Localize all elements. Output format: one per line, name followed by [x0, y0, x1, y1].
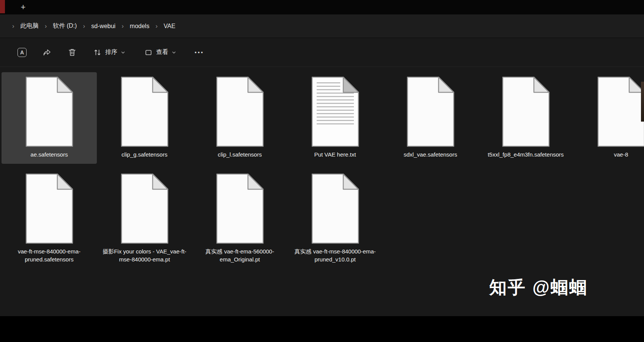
rename-icon: A — [17, 48, 27, 57]
file-icon — [118, 76, 172, 147]
breadcrumb-separator-icon: › — [122, 22, 124, 30]
breadcrumb-item[interactable]: sd-webui — [90, 21, 116, 32]
toolbar: A 排序 查看 ••• — [0, 38, 644, 67]
breadcrumb-item[interactable]: VAE — [163, 21, 176, 32]
breadcrumb-separator-icon: › — [155, 22, 158, 30]
file-name: sdxl_vae.safetensors — [404, 150, 457, 158]
breadcrumb-separator-icon: › — [83, 22, 85, 30]
file-tile[interactable]: vae-8 — [573, 72, 644, 164]
blank-document-icon — [118, 76, 172, 147]
text-document-icon — [308, 76, 362, 147]
breadcrumb-item[interactable]: 软件 (D:) — [52, 20, 77, 32]
rename-button[interactable]: A — [14, 44, 30, 61]
file-name: Put VAE here.txt — [314, 150, 356, 158]
file-icon — [213, 173, 267, 244]
breadcrumb-item[interactable]: models — [129, 21, 150, 32]
blank-document-icon — [22, 76, 76, 147]
view-icon — [144, 48, 153, 57]
view-button[interactable]: 查看 — [140, 44, 181, 61]
file-tile[interactable]: 摄影Fix your colors - VAE_vae-ft-mse-84000… — [97, 169, 192, 269]
more-options-icon: ••• — [195, 49, 204, 55]
chevron-down-icon — [172, 50, 176, 55]
partial-item-thumbnail — [641, 82, 644, 122]
file-tile[interactable]: vae-ft-mse-840000-ema-pruned.safetensors — [2, 169, 97, 269]
new-tab-button[interactable]: + — [17, 2, 29, 13]
blank-document-icon — [213, 76, 267, 147]
files-grid: ae.safetensors clip_g.safetensors clip_l… — [2, 72, 644, 274]
trash-icon — [68, 48, 77, 57]
file-icon — [213, 76, 267, 147]
file-icon — [308, 76, 362, 147]
bottom-black-band — [0, 316, 644, 342]
file-tile[interactable]: 真实感 vae-ft-mse-840000-ema-pruned_v10.0.p… — [287, 169, 383, 269]
file-tile[interactable]: sdxl_vae.safetensors — [383, 72, 478, 164]
file-icon — [404, 76, 458, 147]
file-tile[interactable]: ae.safetensors — [2, 72, 97, 164]
blank-document-icon — [594, 76, 644, 147]
breadcrumb-item[interactable]: 此电脑 — [20, 20, 39, 32]
breadcrumb: ›此电脑›软件 (D:)›sd-webui›models›VAE — [7, 20, 176, 32]
file-tile[interactable]: clip_g.safetensors — [97, 72, 192, 164]
file-name: 真实感 vae-ft-mse-840000-ema-pruned_v10.0.p… — [291, 247, 379, 263]
file-name: ae.safetensors — [30, 150, 68, 158]
file-icon — [308, 173, 362, 244]
file-icon — [594, 76, 644, 147]
file-icon — [118, 173, 172, 244]
window-edge-artifact — [0, 0, 5, 13]
file-icon — [22, 173, 76, 244]
file-tile[interactable]: 真实感 vae-ft-ema-560000-ema_Original.pt — [192, 169, 287, 269]
address-bar: ›此电脑›软件 (D:)›sd-webui›models›VAE — [0, 14, 644, 38]
chevron-down-icon — [121, 50, 125, 55]
breadcrumb-separator-icon: › — [45, 22, 47, 30]
file-icon — [499, 76, 553, 147]
file-name: vae-8 — [614, 150, 628, 158]
file-tile[interactable]: Put VAE here.txt — [287, 72, 383, 164]
file-name: t5xxl_fp8_e4m3fn.safetensors — [488, 150, 564, 158]
blank-document-icon — [404, 76, 458, 147]
file-name: clip_l.safetensors — [218, 150, 262, 158]
title-bar: + — [0, 0, 644, 14]
file-name: clip_g.safetensors — [122, 150, 167, 158]
share-icon — [43, 48, 52, 57]
breadcrumb-separator-icon: › — [12, 22, 14, 30]
blank-document-icon — [22, 173, 76, 244]
file-tile[interactable]: t5xxl_fp8_e4m3fn.safetensors — [478, 72, 573, 164]
delete-button[interactable] — [64, 44, 80, 61]
file-tile[interactable]: clip_l.safetensors — [192, 72, 287, 164]
file-icon — [22, 76, 76, 147]
file-name: 真实感 vae-ft-ema-560000-ema_Original.pt — [196, 247, 284, 263]
share-button[interactable] — [39, 44, 55, 61]
blank-document-icon — [308, 173, 362, 244]
more-options-button[interactable]: ••• — [191, 44, 207, 61]
file-name: 摄影Fix your colors - VAE_vae-ft-mse-84000… — [101, 247, 189, 263]
view-label: 查看 — [156, 48, 168, 56]
file-name: vae-ft-mse-840000-ema-pruned.safetensors — [5, 247, 93, 263]
sort-label: 排序 — [105, 48, 117, 56]
sort-button[interactable]: 排序 — [89, 44, 130, 61]
zhihu-watermark: 知乎 @蝈蝈 — [489, 276, 588, 299]
blank-document-icon — [499, 76, 553, 147]
blank-document-icon — [118, 173, 172, 244]
sort-icon — [93, 48, 102, 57]
blank-document-icon — [213, 173, 267, 244]
